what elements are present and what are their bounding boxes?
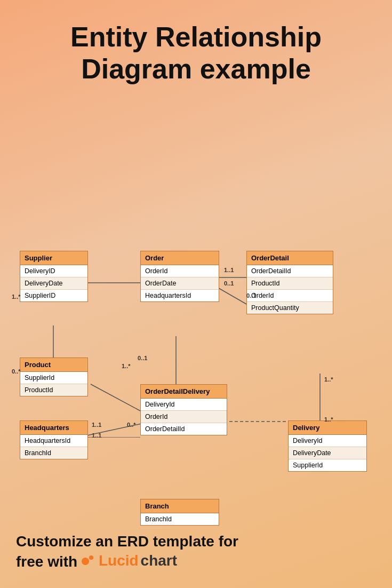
product-header: Product	[20, 358, 87, 372]
title: Entity Relationship Diagram example	[0, 0, 392, 96]
chart-text: chart	[141, 551, 177, 570]
label-product-right: 1..*	[122, 363, 131, 369]
footer-line1: Customize an ERD template for	[16, 532, 376, 551]
supplier-table: Supplier DeliveryID DeliveryDate Supplie…	[20, 251, 88, 302]
order-header: Order	[141, 251, 219, 265]
footer: Customize an ERD template for free with …	[0, 521, 392, 588]
order-row-2: HeadquartersId	[141, 290, 219, 301]
svg-line-6	[91, 384, 140, 411]
supplier-row-2: SupplierID	[20, 290, 87, 301]
delivery-row-0: DeliveryId	[289, 435, 366, 447]
lc-circle-small	[89, 555, 93, 560]
label-order-orderdetail-2: 0..1	[224, 280, 234, 287]
order-table: Order OrderId OrderDate HeadquartersId	[140, 251, 219, 302]
lucid-text: Lucid	[99, 551, 139, 570]
delivery-row-2: SupplierId	[289, 459, 366, 471]
title-line1: Entity Relationship	[70, 21, 322, 52]
orderdetail-row-2: OrderId	[247, 290, 333, 302]
label-hq-branch-1: 1..1	[92, 422, 101, 428]
branch-header: Branch	[141, 499, 219, 513]
product-row-0: SupplierId	[20, 372, 87, 384]
hq-row-0: HeadquartersId	[20, 435, 87, 447]
label-order-bottom: 0..1	[138, 355, 147, 361]
label-hq-branch-2: 1..1	[92, 432, 101, 439]
orderdetail-table: OrderDetail OrderDetailId ProductId Orde…	[246, 251, 333, 314]
headquarters-table: Headquarters HeadquartersId BranchId	[20, 420, 88, 459]
label-orderdetail-delivery: 1..*	[324, 376, 333, 383]
label-supplier-left: 1..*	[12, 293, 21, 300]
title-line2: Diagram example	[81, 53, 311, 84]
orderdetail-header: OrderDetail	[247, 251, 333, 265]
supplier-row-1: DeliveryDate	[20, 277, 87, 290]
delivery-row-1: DeliveryDate	[289, 447, 366, 459]
lc-circle-large	[82, 558, 89, 565]
diagram-area: Supplier DeliveryID DeliveryDate Supplie…	[0, 96, 392, 438]
odd-row-2: OrderDetailId	[141, 423, 227, 435]
order-row-1: OrderDate	[141, 277, 219, 290]
lucid-icon	[82, 555, 97, 567]
label-branch-odd: 0..*	[127, 422, 136, 428]
lucidchart-logo: Lucidchart	[82, 551, 177, 570]
orderdetaildelivery-header: OrderDetailDelivery	[141, 385, 227, 399]
supplier-row-0: DeliveryID	[20, 265, 87, 277]
delivery-table: Delivery DeliveryId DeliveryDate Supplie…	[288, 420, 367, 472]
label-delivery-1: 1..*	[324, 416, 333, 423]
svg-line-3	[219, 288, 246, 304]
headquarters-header: Headquarters	[20, 421, 87, 435]
odd-row-1: OrderId	[141, 411, 227, 423]
footer-line2: free with Lucidchart	[16, 551, 376, 572]
order-row-0: OrderId	[141, 265, 219, 277]
orderdetail-row-1: ProductId	[247, 277, 333, 290]
delivery-header: Delivery	[289, 421, 366, 435]
label-orderdetail-2: 0..1	[246, 292, 256, 299]
label-order-orderdetail-1: 1..1	[224, 267, 234, 273]
orderdetaildelivery-table: OrderDetailDelivery DeliveryId OrderId O…	[140, 384, 227, 435]
product-row-1: ProductId	[20, 384, 87, 396]
footer-prefix: free with	[16, 554, 82, 570]
product-table: Product SupplierId ProductId	[20, 357, 88, 396]
orderdetail-row-0: OrderDetailId	[247, 265, 333, 277]
orderdetail-row-3: ProductQuantity	[247, 302, 333, 314]
odd-row-0: DeliveryId	[141, 399, 227, 411]
supplier-header: Supplier	[20, 251, 87, 265]
hq-row-1: BranchId	[20, 447, 87, 459]
label-product-left: 0..*	[12, 368, 21, 375]
